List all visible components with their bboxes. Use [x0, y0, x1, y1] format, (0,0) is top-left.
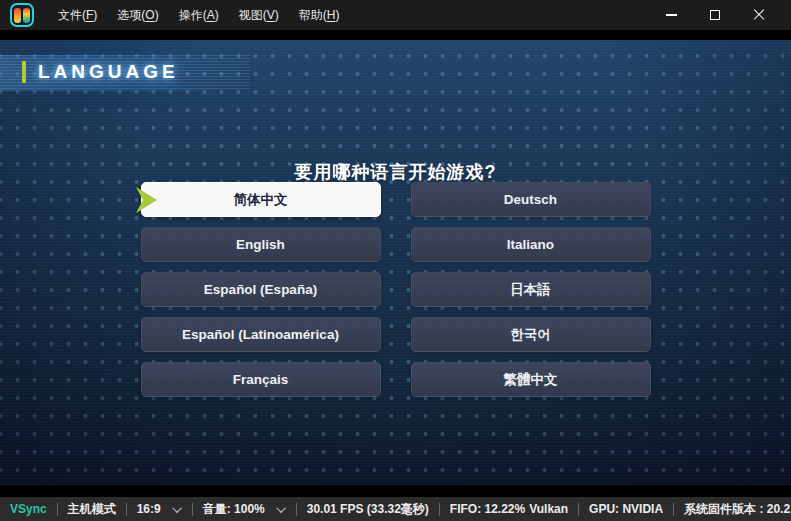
volume-dropdown[interactable]: 音量: 100%: [201, 501, 288, 518]
language-button-italian[interactable]: Italiano: [411, 227, 651, 262]
menu-view[interactable]: 视图(V): [229, 4, 289, 26]
menu-actions[interactable]: 操作(A): [169, 4, 229, 26]
minimize-button[interactable]: [649, 0, 693, 30]
language-button-spanish-spain[interactable]: Español (España): [141, 272, 381, 307]
fifo-counter: FIFO: 12.22%: [448, 502, 527, 516]
maximize-button[interactable]: [693, 0, 737, 30]
title-accent-bar: [22, 61, 26, 83]
language-button-korean[interactable]: 한국어: [411, 317, 651, 352]
language-button-simplified-chinese[interactable]: 简体中文: [141, 182, 381, 217]
language-button-traditional-chinese[interactable]: 繁體中文: [411, 362, 651, 397]
status-bar: VSync 主机模式 16:9 音量: 100% 30.01 FPS (33.3…: [0, 497, 791, 521]
chevron-down-icon: [276, 503, 286, 513]
gpu-label: GPU: NVIDIA: [587, 502, 665, 516]
maximize-icon: [710, 10, 720, 20]
divider: [296, 503, 297, 516]
divider: [192, 503, 193, 516]
menu-file[interactable]: 文件(F): [48, 4, 107, 26]
language-button-french[interactable]: Français: [141, 362, 381, 397]
language-question: 要用哪种语言开始游戏?: [0, 160, 791, 184]
selection-arrow-icon: [135, 186, 159, 214]
status-bar-right: Vulkan GPU: NVIDIA 系统固件版本 : 20.2.0: [527, 501, 791, 518]
window-controls: [649, 0, 781, 30]
menu-options[interactable]: 选项(O): [107, 4, 168, 26]
language-button-spanish-latam[interactable]: Español (Latinoamérica): [141, 317, 381, 352]
language-button-english[interactable]: English: [141, 227, 381, 262]
minimize-icon: [666, 14, 677, 16]
screen-header: LANGUAGE: [22, 61, 179, 83]
menu-bar: 文件(F) 选项(O) 操作(A) 视图(V) 帮助(H): [48, 0, 349, 30]
close-button[interactable]: [737, 0, 781, 30]
title-bar: 文件(F) 选项(O) 操作(A) 视图(V) 帮助(H): [0, 0, 791, 30]
joycon-left-shape: [14, 8, 21, 23]
close-icon: [753, 9, 765, 21]
vsync-toggle[interactable]: VSync: [8, 502, 49, 516]
language-button-german[interactable]: Deutsch: [411, 182, 651, 217]
language-grid: 简体中文 English Español (España) Español (L…: [141, 182, 651, 397]
divider: [673, 503, 674, 516]
chevron-down-icon: [172, 503, 182, 513]
divider: [439, 503, 440, 516]
divider: [57, 503, 58, 516]
divider: [126, 503, 127, 516]
ryujinx-window: 文件(F) 选项(O) 操作(A) 视图(V) 帮助(H) LANGUAGE 要…: [0, 0, 791, 521]
emulator-viewport: LANGUAGE 要用哪种语言开始游戏? 简体中文 English Españo…: [0, 40, 791, 507]
game-render-surface: LANGUAGE 要用哪种语言开始游戏? 简体中文 English Españo…: [0, 40, 791, 485]
joycon-right-shape: [23, 8, 30, 23]
ryujinx-logo-icon: [10, 3, 34, 27]
page-title: LANGUAGE: [38, 61, 179, 83]
fps-counter: 30.01 FPS (33.32毫秒): [305, 501, 431, 518]
aspect-ratio-dropdown[interactable]: 16:9: [135, 502, 184, 516]
console-mode-toggle[interactable]: 主机模式: [66, 501, 118, 518]
divider: [578, 503, 579, 516]
graphics-backend-label: Vulkan: [527, 502, 570, 516]
firmware-version-label: 系统固件版本 : 20.2.0: [682, 501, 791, 518]
language-button-japanese[interactable]: 日本語: [411, 272, 651, 307]
menu-help[interactable]: 帮助(H): [289, 4, 350, 26]
